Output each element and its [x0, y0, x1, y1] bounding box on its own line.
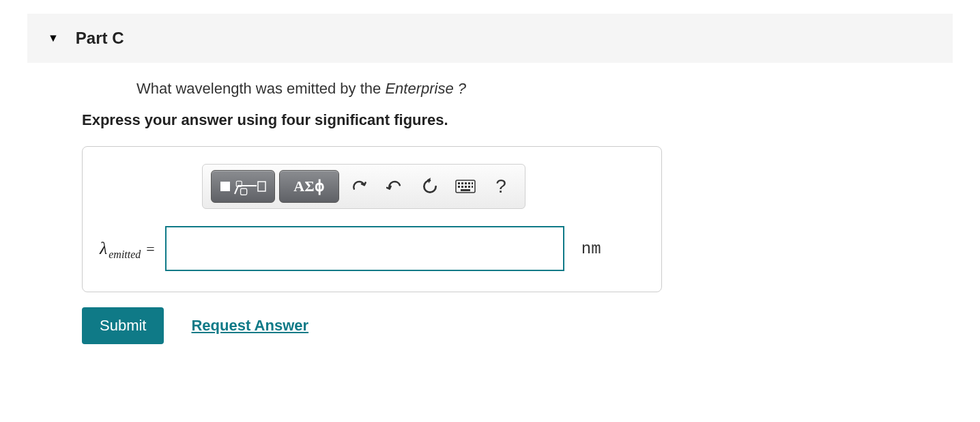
svg-rect-8 [468, 182, 470, 184]
variable-subscript: emitted [109, 249, 141, 261]
variable-label: λemitted = [100, 238, 155, 259]
part-header[interactable]: ▼ Part C [27, 14, 953, 63]
instruction-text: Express your answer using four significa… [82, 111, 682, 129]
svg-rect-5 [458, 182, 460, 184]
svg-rect-10 [458, 186, 460, 188]
svg-rect-6 [461, 182, 463, 184]
equals-sign: = [146, 240, 154, 258]
question-text: What wavelength was emitted by the Enter… [136, 80, 682, 98]
equation-toolbar: ▢ ▢ ΑΣϕ ? [202, 164, 525, 209]
svg-rect-0 [220, 182, 230, 191]
svg-rect-13 [468, 186, 470, 188]
svg-rect-7 [465, 182, 467, 184]
answer-input[interactable] [165, 226, 564, 271]
variable-symbol: λ [100, 238, 107, 259]
part-title: Part C [76, 29, 124, 48]
svg-rect-11 [461, 186, 463, 188]
redo-button[interactable] [379, 171, 410, 202]
svg-rect-12 [465, 186, 467, 188]
svg-rect-14 [472, 186, 473, 188]
answer-box: ▢ ▢ ΑΣϕ ? λemitted [82, 146, 662, 292]
collapse-triangle-icon[interactable]: ▼ [48, 32, 59, 44]
question-italic: Enterprise ? [385, 80, 466, 97]
undo-button[interactable] [343, 171, 375, 202]
question-prefix: What wavelength was emitted by the [136, 80, 385, 97]
svg-rect-15 [461, 189, 470, 191]
svg-rect-3 [258, 182, 265, 191]
math-templates-button[interactable]: ▢ ▢ [211, 170, 275, 203]
reset-button[interactable] [414, 171, 446, 202]
unit-label: nm [581, 240, 601, 258]
content-area: What wavelength was emitted by the Enter… [82, 80, 682, 344]
greek-symbols-button[interactable]: ΑΣϕ [279, 170, 339, 203]
input-row: λemitted = nm [100, 226, 644, 271]
svg-rect-9 [472, 182, 473, 184]
keyboard-button[interactable] [450, 171, 481, 202]
svg-text:▢: ▢ [240, 186, 248, 196]
help-button[interactable]: ? [485, 171, 517, 202]
actions-row: Submit Request Answer [82, 307, 682, 344]
submit-button[interactable]: Submit [82, 307, 164, 344]
request-answer-link[interactable]: Request Answer [191, 317, 308, 335]
